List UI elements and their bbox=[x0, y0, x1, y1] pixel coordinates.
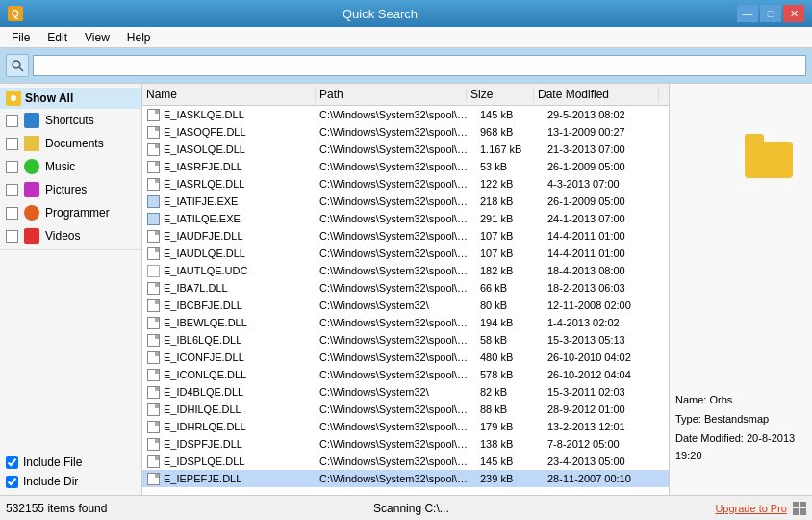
sidebar-item-documents[interactable]: Documents bbox=[0, 132, 141, 155]
sidebar-icon-shortcuts bbox=[24, 113, 39, 128]
sidebar-item-music[interactable]: Music bbox=[0, 155, 141, 178]
file-type-icon bbox=[146, 455, 160, 468]
table-row[interactable]: E_ICONLQE.DLLC:\Windows\System32\spool\d… bbox=[142, 366, 669, 383]
sidebar: Show All ShortcutsDocumentsMusicPictures… bbox=[0, 84, 142, 495]
table-row[interactable]: E_IDHRLQE.DLLC:\Windows\System32\spool\d… bbox=[142, 418, 669, 435]
file-size-cell: 88 kB bbox=[476, 403, 544, 416]
file-name-cell: E_IATIFJE.EXE bbox=[142, 194, 316, 209]
menu-item-edit[interactable]: Edit bbox=[39, 29, 75, 46]
sidebar-item-shortcuts[interactable]: Shortcuts bbox=[0, 109, 141, 132]
col-header-path[interactable]: Path bbox=[316, 87, 467, 102]
table-row[interactable]: E_IAUTLQE.UDCC:\Windows\System32\spool\d… bbox=[142, 262, 669, 279]
table-row[interactable]: E_IAUDFJE.DLLC:\Windows\System32\spool\d… bbox=[142, 227, 669, 245]
sidebar-checkbox-music[interactable] bbox=[6, 161, 18, 173]
table-row[interactable]: E_IASRLQE.DLLC:\Windows\System32\spool\d… bbox=[142, 175, 669, 193]
file-type-icon bbox=[146, 420, 160, 433]
sidebar-icon-programmer bbox=[24, 205, 39, 221]
sidebar-checkbox-pictures[interactable] bbox=[6, 184, 18, 196]
table-row[interactable]: E_IBEWLQE.DLLC:\Windows\System32\spool\d… bbox=[142, 314, 669, 331]
file-path-cell: C:\Windows\System32\spool\drivers... bbox=[316, 368, 476, 381]
grid-view-icon[interactable] bbox=[793, 502, 806, 515]
sidebar-item-videos[interactable]: Videos bbox=[0, 224, 141, 247]
sidebar-label-documents: Documents bbox=[45, 137, 104, 150]
upgrade-button[interactable]: Upgrade to Pro bbox=[715, 503, 787, 514]
file-list-body[interactable]: E_IASKLQE.DLLC:\Windows\System32\spool\d… bbox=[142, 106, 669, 495]
table-row[interactable]: E_IASKLQE.DLLC:\Windows\System32\spool\d… bbox=[142, 106, 669, 123]
file-path-cell: C:\Windows\System32\spool\drivers... bbox=[316, 160, 476, 173]
sidebar-checkbox-videos[interactable] bbox=[6, 230, 18, 243]
search-bar bbox=[0, 48, 812, 83]
sidebar-show-all[interactable]: Show All bbox=[0, 88, 141, 109]
search-icon-button[interactable] bbox=[6, 54, 29, 77]
file-date-cell: 14-4-2011 01:00 bbox=[544, 247, 669, 260]
file-path-cell: C:\Windows\System32\spool\drivers... bbox=[316, 229, 476, 243]
table-row[interactable]: E_IASOQFE.DLLC:\Windows\System32\spool\d… bbox=[142, 123, 669, 141]
file-name-cell: E_ICONFJE.DLL bbox=[142, 350, 316, 365]
file-name-cell: E_ID4BLQE.DLL bbox=[142, 384, 316, 400]
menu-item-file[interactable]: File bbox=[4, 29, 38, 46]
sidebar-checkbox-programmer[interactable] bbox=[6, 207, 18, 220]
file-name-cell: E_IATILQE.EXE bbox=[142, 211, 316, 226]
table-row[interactable]: E_IAUDLQE.DLLC:\Windows\System32\spool\d… bbox=[142, 245, 669, 262]
sidebar-cb-include-file[interactable]: Include File bbox=[0, 453, 141, 472]
table-row[interactable]: E_ID4BLQE.DLLC:\Windows\System32\82 kB15… bbox=[142, 383, 669, 401]
file-type-icon bbox=[146, 403, 160, 416]
table-row[interactable]: E_IBCBFJE.DLLC:\Windows\System32\80 kB12… bbox=[142, 297, 669, 314]
file-type-icon bbox=[146, 247, 160, 260]
minimize-button[interactable]: — bbox=[737, 5, 758, 22]
sidebar-checkbox-shortcuts[interactable] bbox=[6, 115, 18, 127]
status-right: Upgrade to Pro bbox=[715, 502, 806, 515]
sidebar-label-music: Music bbox=[45, 160, 75, 173]
file-info: Name: Orbs Type: Bestandsmap Date Modifi… bbox=[675, 391, 806, 466]
table-row[interactable]: E_IDSPFJE.DLLC:\Windows\System32\spool\d… bbox=[142, 435, 669, 453]
table-row[interactable]: E_IBL6LQE.DLLC:\Windows\System32\spool\d… bbox=[142, 331, 669, 349]
close-button[interactable]: ✕ bbox=[783, 5, 804, 22]
table-row[interactable]: E_IATILQE.EXEC:\Windows\System32\spool\d… bbox=[142, 210, 669, 227]
file-path-cell: C:\Windows\System32\spool\drivers... bbox=[316, 455, 476, 468]
sidebar-icon-pictures bbox=[24, 182, 39, 197]
menu-item-help[interactable]: Help bbox=[119, 29, 159, 46]
file-path-cell: C:\Windows\System32\spool\drivers... bbox=[316, 420, 476, 433]
sidebar-cb-include-dir[interactable]: Include Dir bbox=[0, 472, 141, 491]
col-header-name[interactable]: Name bbox=[142, 87, 316, 102]
file-size-cell: 218 kB bbox=[476, 195, 544, 208]
sidebar-items: ShortcutsDocumentsMusicPicturesProgramme… bbox=[0, 109, 141, 247]
file-path-cell: C:\Windows\System32\spool\drivers... bbox=[316, 125, 476, 139]
file-name-cell: E_IEPEFJE.DLL bbox=[142, 471, 316, 486]
sidebar-label-programmer: Programmer bbox=[45, 206, 110, 220]
table-row[interactable]: E_ICONFJE.DLLC:\Windows\System32\spool\d… bbox=[142, 349, 669, 366]
table-row[interactable]: E_IASRFJE.DLLC:\Windows\System32\spool\d… bbox=[142, 158, 669, 175]
file-name-cell: E_IDHILQE.DLL bbox=[142, 402, 316, 417]
table-row[interactable]: E_IEPEFJE.DLLC:\Windows\System32\spool\d… bbox=[142, 470, 669, 487]
table-row[interactable]: E_IATIFJE.EXEC:\Windows\System32\spool\d… bbox=[142, 193, 669, 210]
file-size-cell: 1.167 kB bbox=[476, 143, 544, 156]
col-header-size[interactable]: Size bbox=[467, 87, 534, 102]
file-type-icon bbox=[146, 160, 160, 173]
file-type-icon bbox=[146, 299, 160, 312]
file-name-cell: E_IBCBFJE.DLL bbox=[142, 298, 316, 313]
sidebar-item-programmer[interactable]: Programmer bbox=[0, 201, 141, 224]
table-row[interactable]: E_IDHILQE.DLLC:\Windows\System32\spool\d… bbox=[142, 401, 669, 418]
file-name-cell: E_ICONLQE.DLL bbox=[142, 367, 316, 382]
file-path-cell: C:\Windows\System32\spool\drivers... bbox=[316, 316, 476, 329]
title-bar: Q Quick Search — □ ✕ bbox=[0, 0, 812, 27]
file-path-cell: C:\Windows\System32\spool\drivers... bbox=[316, 143, 476, 156]
table-row[interactable]: E_IDSPLQE.DLLC:\Windows\System32\spool\d… bbox=[142, 453, 669, 470]
sidebar-checkbox-documents[interactable] bbox=[6, 138, 18, 150]
file-name-cell: E_IBA7L.DLL bbox=[142, 280, 316, 296]
table-row[interactable]: E_IBA7L.DLLC:\Windows\System32\spool\dri… bbox=[142, 279, 669, 297]
file-size-cell: 138 kB bbox=[476, 437, 544, 451]
table-row[interactable]: E_IASOLQE.DLLC:\Windows\System32\spool\d… bbox=[142, 141, 669, 158]
maximize-button[interactable]: □ bbox=[760, 5, 781, 22]
file-type-icon bbox=[146, 351, 160, 364]
file-size-cell: 968 kB bbox=[476, 125, 544, 139]
search-input[interactable] bbox=[33, 55, 806, 76]
menu-item-view[interactable]: View bbox=[77, 29, 117, 46]
col-header-date[interactable]: Date Modified bbox=[534, 87, 659, 102]
file-size-cell: 179 kB bbox=[476, 420, 544, 433]
file-type-icon bbox=[146, 229, 160, 243]
sidebar-label-videos: Videos bbox=[45, 229, 80, 243]
sidebar-item-pictures[interactable]: Pictures bbox=[0, 178, 141, 201]
file-path-cell: C:\Windows\System32\spool\drivers... bbox=[316, 108, 476, 121]
file-date-cell: 13-1-2009 00:27 bbox=[544, 125, 669, 139]
